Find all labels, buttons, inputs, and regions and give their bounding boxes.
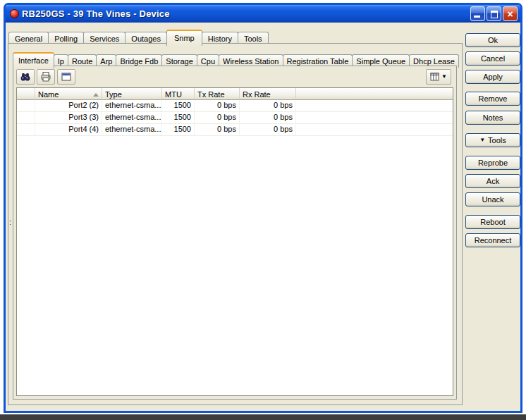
close-button[interactable]: ×: [503, 6, 518, 21]
list-header-row: Name Type MTU Tx Rate Rx Rate: [17, 88, 453, 100]
reprobe-button[interactable]: Reprobe: [465, 156, 520, 170]
print-icon: [40, 71, 51, 82]
titlebar[interactable]: RB250GS - 39 The Vines - Device ×: [6, 5, 520, 23]
reconnect-button[interactable]: Reconnect: [465, 233, 520, 247]
ok-button[interactable]: Ok: [465, 33, 520, 47]
columns-dropdown-button[interactable]: ▼: [426, 69, 451, 85]
notes-button[interactable]: Notes: [465, 111, 520, 125]
table-row[interactable]: Port4 (4) ethernet-csma... 1500 0 bps 0 …: [17, 124, 453, 136]
table-row[interactable]: Port2 (2) ethernet-csma... 1500 0 bps 0 …: [17, 100, 453, 112]
panel-button[interactable]: [57, 69, 75, 85]
row-icon-cell: [17, 100, 35, 111]
cancel-button[interactable]: Cancel: [465, 51, 520, 66]
snmp-tab-page: Interface Ip Route Arp Bridge Fdb Storag…: [8, 43, 463, 405]
stray-colon: :: [9, 218, 11, 226]
find-button[interactable]: [16, 69, 35, 85]
cell-filler: [296, 100, 453, 111]
cell-name: Port2 (2): [35, 100, 102, 111]
device-icon: [10, 9, 19, 18]
cell-filler: [296, 112, 453, 123]
header-type[interactable]: Type: [102, 88, 162, 100]
device-window: RB250GS - 39 The Vines - Device × Genera…: [4, 3, 522, 413]
cell-tx-rate: 0 bps: [195, 124, 240, 135]
cell-type: ethernet-csma...: [102, 100, 162, 111]
row-icon-cell: [17, 112, 35, 123]
reboot-button[interactable]: Reboot: [465, 215, 520, 229]
window-title: RB250GS - 39 The Vines - Device: [22, 8, 470, 19]
tools-button[interactable]: ▼ Tools: [465, 133, 520, 147]
cell-name: Port4 (4): [35, 124, 102, 135]
ack-button[interactable]: Ack: [465, 174, 520, 188]
columns-icon: [430, 72, 440, 82]
cell-tx-rate: 0 bps: [195, 112, 240, 123]
row-icon-cell: [17, 124, 35, 135]
close-icon: ×: [503, 7, 517, 20]
table-row[interactable]: Port3 (3) ethernet-csma... 1500 0 bps 0 …: [17, 112, 453, 124]
header-tx-rate[interactable]: Tx Rate: [195, 88, 240, 100]
tab-interface[interactable]: Interface: [13, 52, 54, 68]
apply-button[interactable]: Apply: [465, 70, 520, 84]
cell-filler: [296, 124, 453, 135]
cell-type: ethernet-csma...: [102, 124, 162, 135]
cell-mtu: 1500: [162, 100, 195, 111]
header-mtu[interactable]: MTU: [162, 88, 195, 100]
header-name[interactable]: Name: [35, 88, 102, 100]
cell-rx-rate: 0 bps: [240, 100, 296, 111]
interface-toolbar: ▼: [16, 68, 453, 85]
chevron-down-icon: ▼: [479, 137, 485, 143]
cell-tx-rate: 0 bps: [195, 100, 240, 111]
find-icon: [20, 71, 31, 82]
window-body: General Polling Services Outages Snmp Hi…: [6, 23, 520, 413]
cell-type: ethernet-csma...: [102, 112, 162, 123]
header-blank[interactable]: [17, 88, 35, 100]
cell-rx-rate: 0 bps: [240, 112, 296, 123]
tools-button-label: Tools: [488, 136, 506, 144]
interface-list: Name Type MTU Tx Rate Rx Rate Port2 (2) …: [16, 87, 453, 396]
sort-asc-icon: [93, 93, 99, 97]
cell-mtu: 1500: [162, 112, 195, 123]
panel-icon: [61, 71, 72, 82]
minimize-icon: [474, 16, 480, 18]
cell-mtu: 1500: [162, 124, 195, 135]
header-filler: [296, 88, 453, 100]
header-rx-rate[interactable]: Rx Rate: [240, 88, 296, 100]
maximize-button[interactable]: [487, 6, 501, 21]
unack-button[interactable]: Unack: [465, 192, 520, 206]
tab-snmp[interactable]: Snmp: [166, 30, 202, 46]
chevron-down-icon: ▼: [441, 74, 447, 80]
cell-rx-rate: 0 bps: [240, 124, 296, 135]
header-name-label: Name: [38, 90, 59, 99]
minimize-button[interactable]: [470, 6, 485, 21]
window-controls: ×: [470, 6, 518, 21]
maximize-icon: [491, 11, 498, 18]
cell-name: Port3 (3): [35, 112, 102, 123]
background-strip: [0, 414, 526, 420]
interface-pane: ▼ Name Type MTU Tx Rate Rx Rate: [13, 66, 457, 400]
print-button[interactable]: [37, 69, 55, 85]
remove-button[interactable]: Remove: [465, 92, 520, 106]
